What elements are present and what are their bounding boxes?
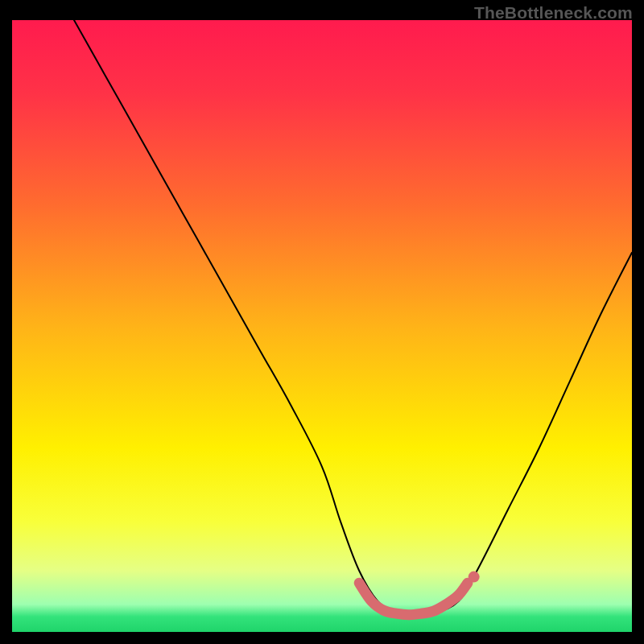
gradient-background: [12, 20, 632, 632]
chart-stage: TheBottleneck.com: [0, 0, 644, 644]
optimal-zone-point: [469, 572, 480, 583]
plot-area: [12, 20, 632, 632]
plot-svg: [12, 20, 632, 632]
